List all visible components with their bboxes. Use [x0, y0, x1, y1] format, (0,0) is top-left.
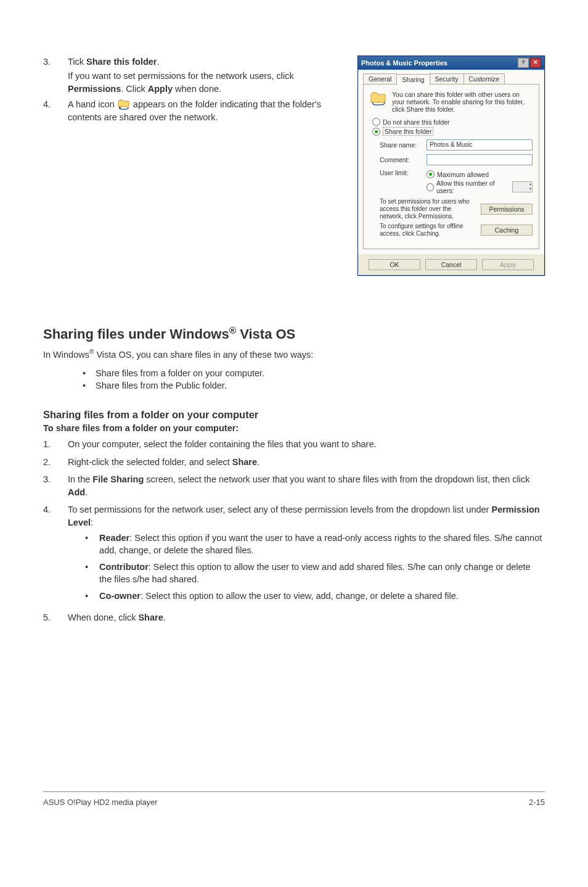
comment-label: Comment:: [380, 156, 422, 163]
s3-c: screen, select the network user that you…: [144, 474, 529, 484]
footer-right: 2-15: [529, 798, 545, 807]
user-limit-label: User limit:: [380, 169, 422, 176]
caching-button[interactable]: Caching: [481, 225, 533, 236]
intro-b: Vista OS, you can share files in any of …: [94, 350, 313, 360]
svg-point-0: [120, 107, 121, 108]
s2-b: Share: [232, 457, 257, 467]
caching-text: To configure settings for offline access…: [380, 223, 476, 237]
s1-body: On your computer, select the folder cont…: [68, 438, 545, 451]
intro-text: In Windows® Vista OS, you can share file…: [43, 349, 545, 360]
step3-sub-c: . Click: [121, 84, 148, 94]
tab-general[interactable]: General: [363, 73, 397, 84]
bullet-dot: •: [85, 561, 88, 586]
sub-heading: Sharing files from a folder on your comp…: [43, 409, 545, 421]
apply-button[interactable]: Apply: [482, 259, 534, 270]
s5-a: When done, click: [68, 613, 138, 622]
intro-a: In Windows: [43, 350, 89, 360]
folder-share-icon: [370, 91, 387, 105]
label-share-folder: Share this folder: [383, 127, 433, 136]
label-do-not-share: Do not share this folder: [383, 118, 450, 126]
comment-input[interactable]: [427, 154, 533, 165]
section-heading: Sharing files under Windows® Vista OS: [43, 325, 545, 342]
footer-left: ASUS O!Play HD2 media player: [43, 798, 158, 807]
radio-max-allowed[interactable]: [427, 170, 435, 178]
reader-text: : Select this option if you want the use…: [99, 533, 542, 556]
label-max-allowed: Maximum allowed: [437, 171, 489, 178]
step3-sub-e: when done.: [173, 84, 221, 94]
shared-folder-hand-icon: [117, 99, 131, 110]
s2-a: Right-click the selected folder, and sel…: [68, 457, 232, 467]
permissions-text: To set permissions for users who access …: [380, 198, 476, 220]
tab-customize[interactable]: Customize: [463, 73, 505, 84]
section-heading-b: Vista OS: [236, 326, 295, 342]
step3-sub-a: If you want to set permissions for the n…: [68, 71, 294, 81]
s3-e: .: [85, 487, 88, 497]
step3-text-c: .: [157, 57, 160, 67]
dialog-desc: You can share this folder with other use…: [392, 91, 533, 113]
radio-allow-number[interactable]: [427, 183, 434, 191]
bullet-dot: •: [85, 590, 88, 603]
bullet-1: Share files from a folder on your comput…: [96, 368, 264, 378]
dialog-close-button[interactable]: ✕: [530, 58, 541, 68]
radio-do-not-share[interactable]: [372, 118, 380, 126]
s4-num: 4.: [43, 503, 68, 606]
tab-sharing[interactable]: Sharing: [396, 74, 430, 85]
reader-label: Reader: [99, 533, 129, 543]
s3-a: In the: [68, 474, 92, 484]
tab-security[interactable]: Security: [430, 73, 464, 84]
users-spinner[interactable]: [512, 181, 533, 192]
label-allow-number: Allow this number of users:: [436, 179, 507, 194]
s5-num: 5.: [43, 611, 68, 624]
coowner-text: : Select this option to allow the user t…: [141, 591, 459, 601]
contributor-label: Contributor: [99, 562, 149, 572]
step4-number: 4.: [43, 98, 68, 124]
radio-share-folder[interactable]: [372, 128, 380, 136]
permissions-button[interactable]: Permissions: [481, 204, 533, 215]
s4-a: To set permissions for the network user,…: [68, 505, 491, 514]
bullet-dot: •: [85, 532, 88, 557]
s1-num: 1.: [43, 438, 68, 451]
contributor-text: : Select this option to allow the user t…: [99, 562, 531, 585]
s4-c: :: [91, 518, 93, 527]
s2-c: .: [257, 457, 259, 467]
section-heading-a: Sharing files under Windows: [43, 326, 229, 342]
step3-bold: Share this folder: [86, 57, 157, 67]
step3-text-a: Tick: [68, 57, 86, 67]
step4-a: A hand icon: [68, 99, 117, 109]
s5-b: Share: [138, 613, 163, 622]
s3-num: 3.: [43, 473, 68, 498]
bullet-2: Share files from the Public folder.: [96, 381, 227, 390]
properties-dialog: Photos & Music Properties ? ✕ General Sh…: [357, 56, 545, 276]
step3-sub-b: Permissions: [68, 84, 121, 94]
share-name-label: Share name:: [380, 141, 422, 149]
dialog-title: Photos & Music Properties: [361, 59, 447, 67]
step3-number: 3.: [43, 56, 68, 96]
ok-button[interactable]: OK: [369, 259, 420, 270]
s5-c: .: [163, 613, 166, 622]
cancel-button[interactable]: Cancel: [425, 259, 477, 270]
s3-b: File Sharing: [92, 474, 144, 484]
share-name-input[interactable]: Photos & Music: [427, 139, 533, 151]
s3-d: Add: [68, 487, 85, 497]
step3-sub-d: Apply: [148, 84, 173, 94]
coowner-label: Co-owner: [99, 591, 141, 601]
to-share-line: To share files from a folder on your com…: [43, 423, 545, 433]
s2-num: 2.: [43, 456, 68, 469]
dialog-help-button[interactable]: ?: [518, 58, 529, 68]
